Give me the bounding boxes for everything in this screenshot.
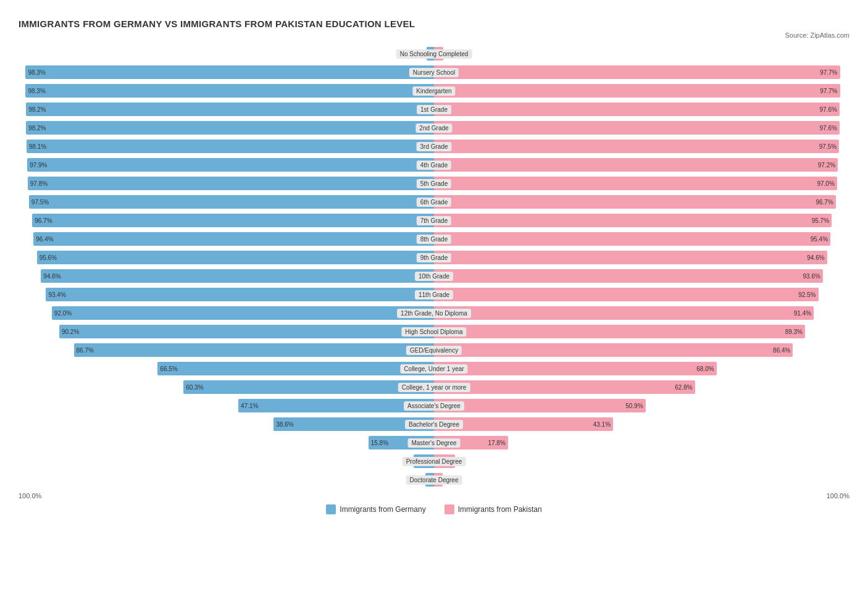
bar-val-germany: 98.3% xyxy=(28,88,45,94)
bar-row: 2.1%Doctorate Degree2.1% xyxy=(19,471,849,488)
bar-pakistan: 95.7% xyxy=(434,214,832,227)
bar-pakistan: 62.8% xyxy=(434,380,695,394)
bar-pakistan: 91.4% xyxy=(434,306,814,320)
left-bar-wrap: 86.7% xyxy=(19,343,434,357)
right-bar-wrap: 91.4% xyxy=(434,306,849,320)
bar-pakistan: 97.0% xyxy=(434,177,837,190)
bar-row: 93.4%11th Grade92.5% xyxy=(19,286,849,303)
left-bar-wrap: 97.8% xyxy=(19,177,434,190)
bar-label: College, Under 1 year xyxy=(400,364,467,374)
bar-row: 98.3%Kindergarten97.7% xyxy=(19,82,849,99)
bar-label: 5th Grade xyxy=(417,179,451,188)
bar-row: 86.7%GED/Equivalency86.4% xyxy=(19,341,849,359)
bar-pakistan: 94.6% xyxy=(434,251,827,264)
left-bar-wrap: 96.7% xyxy=(19,214,434,227)
bar-row: 98.2%1st Grade97.6% xyxy=(19,101,849,118)
bar-row: 98.1%3rd Grade97.5% xyxy=(19,138,849,155)
bar-val-germany: 96.4% xyxy=(36,236,53,243)
bar-germany: 86.7% xyxy=(74,343,434,357)
bar-row: 4.9%Professional Degree5.0% xyxy=(19,453,849,470)
bar-germany: 98.1% xyxy=(27,140,434,153)
bar-val-pakistan: 17.8% xyxy=(488,440,505,446)
left-bar-wrap: 96.4% xyxy=(19,232,434,246)
chart-title: IMMIGRANTS FROM GERMANY VS IMMIGRANTS FR… xyxy=(19,19,849,29)
bar-germany: 94.6% xyxy=(41,269,434,283)
bar-label: 1st Grade xyxy=(417,105,451,114)
bar-label: 2nd Grade xyxy=(415,123,452,133)
bar-val-pakistan: 95.4% xyxy=(811,236,828,243)
legend: Immigrants from Germany Immigrants from … xyxy=(19,504,849,514)
bar-germany: 96.4% xyxy=(33,232,434,246)
bar-label: 8th Grade xyxy=(417,235,451,244)
bar-germany: 98.3% xyxy=(25,84,434,98)
right-bar-wrap: 2.1% xyxy=(434,473,849,487)
left-bar-wrap: 98.2% xyxy=(19,121,434,135)
bar-row: 98.2%2nd Grade97.6% xyxy=(19,119,849,136)
left-bar-wrap: 15.8% xyxy=(19,436,434,449)
bar-row: 92.0%12th Grade, No Diploma91.4% xyxy=(19,304,849,322)
bar-row: 60.3%College, 1 year or more62.8% xyxy=(19,378,849,396)
bar-val-germany: 98.1% xyxy=(29,143,46,150)
bar-val-germany: 47.1% xyxy=(241,403,258,409)
bar-germany: 98.2% xyxy=(26,102,434,116)
bar-label: No Schooling Completed xyxy=(396,49,472,59)
bar-row: 1.8%No Schooling Completed2.3% xyxy=(19,45,849,62)
left-bar-wrap: 97.5% xyxy=(19,195,434,209)
bar-pakistan: 97.6% xyxy=(434,121,840,135)
source-label: Source: ZipAtlas.com xyxy=(19,31,849,39)
bar-row: 47.1%Associate's Degree50.9% xyxy=(19,397,849,414)
right-bar-wrap: 97.5% xyxy=(434,140,849,153)
right-bar-wrap: 17.8% xyxy=(434,436,849,449)
chart-area: 1.8%No Schooling Completed2.3%98.3%Nurse… xyxy=(19,45,849,488)
right-bar-wrap: 89.3% xyxy=(434,325,849,338)
bar-label: 4th Grade xyxy=(417,161,451,170)
bar-val-pakistan: 97.6% xyxy=(819,106,837,113)
bar-label: Associate's Degree xyxy=(404,401,464,411)
bar-germany: 60.3% xyxy=(183,380,434,394)
right-bar-wrap: 2.3% xyxy=(434,47,849,61)
right-bar-wrap: 86.4% xyxy=(434,343,849,357)
bar-row: 97.8%5th Grade97.0% xyxy=(19,175,849,192)
right-bar-wrap: 62.8% xyxy=(434,380,849,394)
right-bar-wrap: 93.6% xyxy=(434,269,849,283)
bar-row: 90.2%High School Diploma89.3% xyxy=(19,323,849,340)
bar-row: 96.7%7th Grade95.7% xyxy=(19,212,849,229)
bar-val-pakistan: 97.6% xyxy=(819,125,837,132)
bar-label: High School Diploma xyxy=(401,327,466,337)
bar-row: 97.9%4th Grade97.2% xyxy=(19,156,849,173)
right-bar-wrap: 97.7% xyxy=(434,65,849,79)
bar-label: 10th Grade xyxy=(415,272,453,281)
bar-val-germany: 15.8% xyxy=(371,440,388,446)
bar-val-pakistan: 91.4% xyxy=(794,310,811,317)
right-bar-wrap: 95.7% xyxy=(434,214,849,227)
bar-val-pakistan: 68.0% xyxy=(696,366,714,372)
bar-pakistan: 97.5% xyxy=(434,140,839,153)
bar-val-pakistan: 95.7% xyxy=(812,217,829,224)
bar-label: Professional Degree xyxy=(403,457,466,466)
right-bar-wrap: 97.0% xyxy=(434,177,849,190)
left-bar-wrap: 97.9% xyxy=(19,158,434,172)
bar-pakistan: 97.7% xyxy=(434,65,840,79)
left-bar-wrap: 60.3% xyxy=(19,380,434,394)
bar-pakistan: 89.3% xyxy=(434,325,805,338)
bar-val-germany: 98.3% xyxy=(28,69,45,76)
legend-label-germany: Immigrants from Germany xyxy=(340,505,425,514)
bar-row: 95.6%9th Grade94.6% xyxy=(19,249,849,266)
bar-row: 94.6%10th Grade93.6% xyxy=(19,267,849,285)
right-bar-wrap: 97.2% xyxy=(434,158,849,172)
bar-germany: 97.5% xyxy=(29,195,434,209)
bar-row: 66.5%College, Under 1 year68.0% xyxy=(19,360,849,377)
bar-row: 38.6%Bachelor's Degree43.1% xyxy=(19,416,849,433)
bar-label: 11th Grade xyxy=(415,290,453,299)
left-bar-wrap: 93.4% xyxy=(19,288,434,301)
bar-val-pakistan: 43.1% xyxy=(593,421,611,428)
bar-germany: 90.2% xyxy=(59,325,434,338)
bar-label: 6th Grade xyxy=(417,198,451,207)
right-bar-wrap: 97.6% xyxy=(434,121,849,135)
bar-val-germany: 96.7% xyxy=(35,217,52,224)
axis-left: 100.0% xyxy=(19,492,41,500)
bar-label: 7th Grade xyxy=(417,216,451,225)
bar-val-germany: 92.0% xyxy=(54,310,72,317)
bar-val-pakistan: 97.5% xyxy=(819,143,837,150)
left-bar-wrap: 98.3% xyxy=(19,65,434,79)
